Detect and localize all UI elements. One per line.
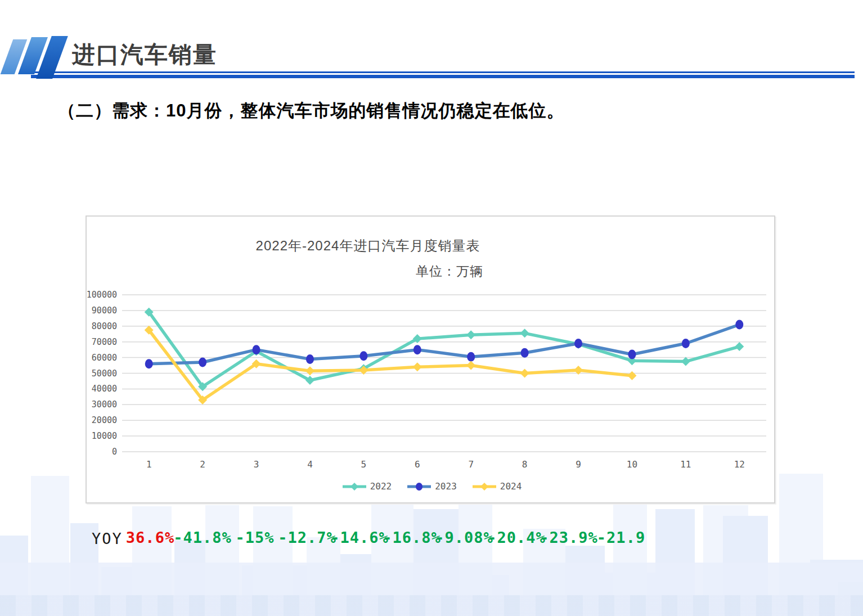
header-rule-thin: [31, 71, 855, 73]
legend-label: 2023: [435, 481, 457, 492]
chart-unit-label: 单位：万辆: [250, 263, 649, 280]
y-tick-label: 50000: [92, 368, 117, 379]
data-point-marker: [413, 345, 421, 354]
data-point-marker: [350, 483, 358, 491]
x-tick-label: 1: [146, 459, 152, 470]
x-tick-label: 8: [522, 459, 528, 470]
yoy-value: -16.8%: [383, 529, 441, 546]
line-chart-plot: 0100002000030000400005000060000700008000…: [87, 290, 776, 478]
chart-legend: 202220232024: [87, 481, 776, 492]
data-point-marker: [305, 366, 314, 375]
data-point-marker: [253, 345, 260, 354]
yoy-label: YOY: [92, 530, 123, 547]
legend-label: 2022: [370, 481, 392, 492]
y-tick-label: 90000: [92, 305, 117, 316]
data-point-marker: [628, 350, 636, 359]
data-point-marker: [145, 359, 153, 368]
legend-label: 2024: [500, 481, 522, 492]
section-heading: （二）需求：10月份，整体汽车市场的销售情况仍稳定在低位。: [58, 99, 564, 123]
x-tick-label: 5: [361, 459, 367, 470]
data-point-marker: [466, 330, 475, 339]
y-tick-label: 100000: [87, 290, 117, 300]
data-point-marker: [467, 352, 475, 362]
x-tick-label: 9: [576, 459, 581, 470]
x-tick-label: 7: [468, 459, 474, 470]
data-point-marker: [413, 362, 422, 371]
yoy-value: -12.7%: [278, 529, 336, 546]
data-point-marker: [199, 357, 206, 367]
y-tick-label: 30000: [92, 399, 117, 410]
x-tick-label: 10: [627, 459, 637, 470]
data-point-marker: [521, 348, 529, 358]
data-point-marker: [681, 357, 690, 366]
data-point-marker: [359, 351, 367, 361]
y-tick-label: 40000: [92, 384, 117, 394]
x-tick-label: 11: [680, 459, 691, 470]
yoy-value: -23.9%: [540, 529, 598, 546]
yoy-value: -9.08%: [435, 529, 493, 546]
x-tick-label: 6: [415, 459, 420, 470]
yoy-value: -41.8%: [173, 529, 232, 546]
yoy-value: -20.4%: [487, 529, 546, 546]
y-tick-label: 80000: [92, 321, 117, 331]
yoy-row: YOY 36.6%-41.8%-15%-12.7%-14.6%-16.8%-9.…: [0, 528, 863, 554]
data-point-marker: [466, 361, 475, 370]
yoy-value: -15%: [226, 529, 284, 546]
chart-container: 2022年-2024年进口汽车月度销量表 单位：万辆 0100002000030…: [86, 215, 775, 503]
legend-swatch-icon: [406, 482, 432, 492]
x-tick-label: 3: [254, 459, 259, 470]
data-point-marker: [627, 371, 636, 380]
page-title: 进口汽车销量: [72, 39, 217, 70]
header-rule-thick: [31, 75, 855, 78]
x-tick-label: 2: [200, 459, 205, 470]
data-point-marker: [520, 329, 529, 338]
data-point-marker: [735, 320, 743, 330]
data-point-marker: [520, 369, 529, 378]
y-tick-label: 0: [112, 447, 117, 457]
legend-swatch-icon: [471, 482, 497, 492]
yoy-value: -21.9: [592, 529, 650, 546]
data-point-marker: [480, 483, 488, 491]
data-point-marker: [306, 354, 314, 364]
y-tick-label: 70000: [92, 337, 117, 347]
y-tick-label: 20000: [92, 415, 117, 425]
data-point-marker: [682, 339, 690, 348]
x-tick-label: 4: [307, 459, 313, 470]
y-tick-label: 10000: [92, 431, 117, 441]
x-tick-label: 12: [734, 459, 745, 470]
yoy-value: 36.6%: [121, 529, 179, 546]
chart-title: 2022年-2024年进口汽车月度销量表: [87, 237, 649, 255]
slide: 进口汽车销量 （二）需求：10月份，整体汽车市场的销售情况仍稳定在低位。 202…: [0, 0, 863, 616]
y-tick-label: 60000: [92, 353, 117, 363]
legend-item-2023: 2023: [406, 481, 457, 492]
header-slashes-decoration: [5, 35, 72, 80]
data-point-marker: [574, 339, 582, 348]
legend-item-2022: 2022: [341, 481, 392, 492]
data-point-marker: [735, 342, 744, 351]
background-band-striped: [0, 595, 863, 616]
yoy-value: -14.6%: [330, 529, 389, 546]
legend-item-2024: 2024: [471, 481, 522, 492]
legend-swatch-icon: [341, 482, 367, 492]
